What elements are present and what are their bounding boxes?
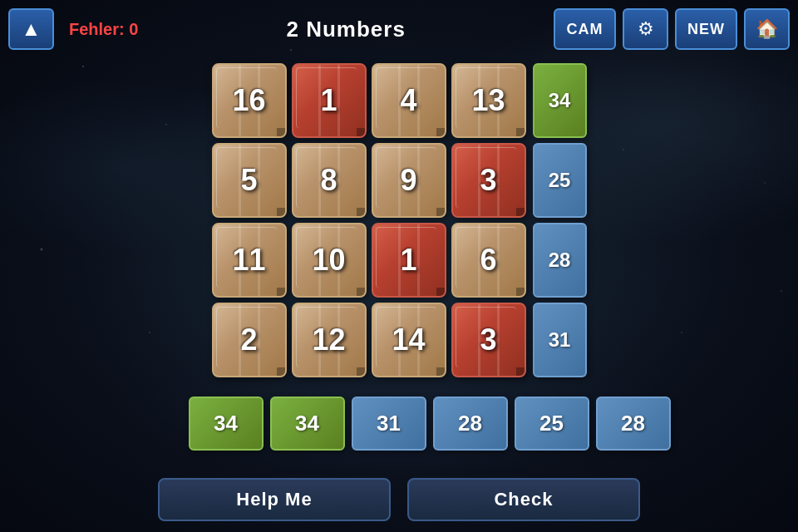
grid-cell-r0-c1[interactable]: 1 (292, 63, 367, 138)
cam-button[interactable]: CAM (554, 8, 616, 50)
home-button[interactable]: 🏠 (744, 8, 790, 50)
grid-cell-value-r1-c1: 8 (320, 163, 337, 198)
grid-cell-value-r2-c0: 11 (232, 243, 265, 278)
game-title: 2 Numbers (145, 17, 547, 42)
grid-cell-r2-c2[interactable]: 1 (372, 223, 446, 298)
grid-cell-value-r0-c1: 1 (320, 83, 337, 118)
grid-cell-r3-c3[interactable]: 3 (451, 303, 526, 377)
grid-cell-value-r1-c3: 3 (480, 163, 496, 198)
top-bar: ▲ Fehler: 0 2 Numbers CAM ⚙ NEW 🏠 (0, 0, 798, 58)
bottom-box-5[interactable]: 28 (596, 397, 671, 451)
check-button[interactable]: Check (407, 478, 640, 521)
grid-cell-value-r3-c2: 14 (392, 323, 425, 357)
grid-cell-r3-c1[interactable]: 12 (292, 303, 367, 377)
help-button[interactable]: Help Me (158, 478, 391, 521)
grid-cell-value-r1-c0: 5 (240, 163, 257, 198)
gear-icon: ⚙ (638, 18, 654, 40)
error-label: Fehler: 0 (69, 20, 138, 39)
bottom-row: 343431282528 (128, 386, 671, 461)
grid-cell-r0-c2[interactable]: 4 (372, 63, 446, 138)
grid-cell-r2-c3[interactable]: 6 (451, 223, 526, 298)
grid-cell-value-r2-c1: 10 (312, 243, 345, 278)
bottom-box-1[interactable]: 34 (270, 397, 345, 451)
home-icon: 🏠 (756, 18, 778, 40)
back-button[interactable]: ▲ (8, 8, 54, 50)
side-box-2[interactable]: 28 (533, 223, 587, 298)
side-box-1[interactable]: 25 (533, 143, 587, 218)
new-button[interactable]: NEW (675, 8, 737, 50)
bottom-box-3[interactable]: 28 (433, 397, 508, 451)
grid-container: 1614135893111016212143 34252831 (212, 63, 587, 377)
side-box-0[interactable]: 34 (533, 63, 587, 138)
bottom-box-4[interactable]: 25 (515, 397, 589, 451)
side-column: 34252831 (533, 63, 587, 377)
grid-cell-value-r0-c2: 4 (400, 83, 416, 118)
grid-cell-value-r1-c2: 9 (400, 163, 416, 198)
bottom-bar: Help Me Check (0, 467, 798, 532)
grid-cell-r0-c3[interactable]: 13 (451, 63, 526, 138)
grid-cell-value-r3-c1: 12 (312, 323, 345, 357)
grid-cell-r0-c0[interactable]: 16 (212, 63, 287, 138)
grid-cell-value-r0-c3: 13 (471, 83, 505, 118)
grid-cell-value-r3-c3: 3 (480, 323, 496, 357)
grid-cell-r2-c1[interactable]: 10 (292, 223, 367, 298)
up-arrow-icon: ▲ (22, 17, 42, 41)
grid-cell-value-r2-c2: 1 (400, 243, 416, 278)
grid-cell-r1-c0[interactable]: 5 (212, 143, 287, 218)
side-box-3[interactable]: 31 (533, 303, 587, 377)
grid-cell-value-r2-c3: 6 (480, 243, 496, 278)
bottom-box-0[interactable]: 34 (189, 397, 264, 451)
main-grid: 1614135893111016212143 (212, 63, 526, 377)
grid-cell-r3-c0[interactable]: 2 (212, 303, 287, 377)
grid-cell-r1-c3[interactable]: 3 (451, 143, 526, 218)
grid-cell-r1-c1[interactable]: 8 (292, 143, 367, 218)
grid-cell-value-r0-c0: 16 (232, 83, 265, 118)
game-area: 1614135893111016212143 34252831 34343128… (0, 58, 798, 466)
grid-cell-value-r3-c0: 2 (240, 323, 257, 357)
grid-cell-r3-c2[interactable]: 14 (372, 303, 446, 377)
bottom-box-2[interactable]: 31 (352, 397, 426, 451)
grid-cell-r2-c0[interactable]: 11 (212, 223, 287, 298)
grid-cell-r1-c2[interactable]: 9 (372, 143, 446, 218)
settings-button[interactable]: ⚙ (623, 8, 668, 50)
